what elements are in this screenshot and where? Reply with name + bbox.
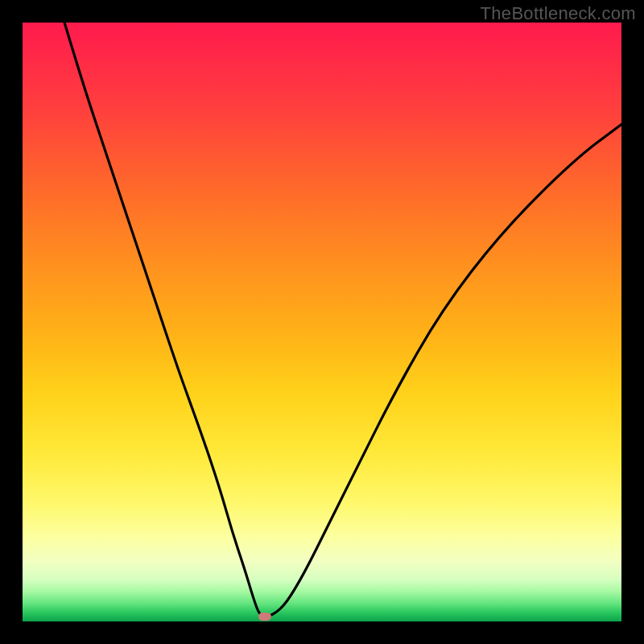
bottleneck-curve [23,23,621,621]
curve-path [64,23,621,616]
chart-frame: TheBottleneck.com [0,0,644,644]
plot-area [23,23,621,621]
optimal-point-marker [258,613,271,621]
watermark-text: TheBottleneck.com [481,3,636,24]
